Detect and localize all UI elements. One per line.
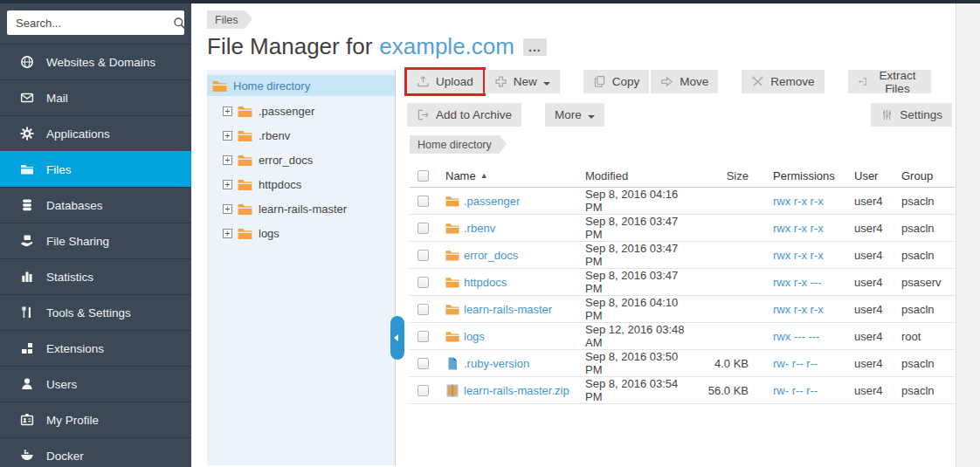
- breadcrumb-files-tab[interactable]: Files: [207, 10, 245, 29]
- file-manager-pane: UploadNewCopyMoveRemoveExtract Files Add…: [403, 66, 955, 467]
- tree-collapse-handle[interactable]: [390, 316, 404, 360]
- table-row-learn-rails-master-zip: learn-rails-master.zip Sep 8, 2016 03:54…: [410, 377, 955, 404]
- tree-item-home-directory[interactable]: Home directory: [207, 75, 395, 96]
- zip-file-icon: [445, 384, 459, 397]
- cell-name: .passenger: [438, 195, 577, 208]
- file-name-link[interactable]: error_docs: [464, 249, 518, 262]
- sidebar-item-docker[interactable]: Docker: [0, 437, 191, 467]
- cell-name: httpdocs: [438, 276, 577, 289]
- permissions-link[interactable]: rwx r-x r-x: [773, 222, 824, 235]
- sidebar-item-tools-settings[interactable]: Tools & Settings: [0, 294, 191, 330]
- column-header-modified[interactable]: Modified: [577, 169, 698, 182]
- user-icon: [20, 377, 34, 391]
- title-more-button[interactable]: ...: [523, 38, 547, 56]
- permissions-link[interactable]: rw- r-- r--: [773, 357, 818, 370]
- cell-group: psacln: [894, 195, 955, 208]
- expand-icon[interactable]: +: [223, 229, 232, 238]
- file-name-link[interactable]: logs: [464, 330, 485, 343]
- sidebar-item-databases[interactable]: Databases: [0, 187, 191, 223]
- row-checkbox[interactable]: [418, 385, 429, 396]
- tree-item-httpdocs[interactable]: +httpdocs: [207, 175, 395, 194]
- button-label: Copy: [612, 75, 640, 88]
- search-input[interactable]: [7, 17, 173, 30]
- sidebar-item-users[interactable]: Users: [0, 366, 191, 402]
- tree-item-passenger[interactable]: +.passenger: [207, 101, 395, 120]
- sidebar-item-label: Tools & Settings: [46, 306, 131, 319]
- add-to-archive-button[interactable]: Add to Archive: [407, 103, 521, 127]
- sidebar-item-websites-domains[interactable]: Websites & Domains: [0, 44, 191, 79]
- permissions-link[interactable]: rwx --- ---: [773, 330, 819, 343]
- page-title-domain[interactable]: example.com: [379, 33, 514, 60]
- search-icon[interactable]: [173, 17, 186, 30]
- more-button[interactable]: More: [545, 103, 604, 127]
- sidebar-item-applications[interactable]: Applications: [0, 115, 191, 151]
- permissions-link[interactable]: rwx r-x r-x: [773, 303, 824, 316]
- permissions-link[interactable]: rwx r-x r-x: [773, 195, 824, 208]
- select-all-checkbox[interactable]: [418, 170, 429, 182]
- column-header-name[interactable]: Name▲: [438, 169, 577, 182]
- tree-item-learn-rails-master[interactable]: +learn-rails-master: [207, 199, 395, 218]
- cell-modified: Sep 8, 2016 04:16 PM: [577, 188, 698, 214]
- expand-icon[interactable]: +: [223, 204, 232, 214]
- sidebar-item-file-sharing[interactable]: File Sharing: [0, 223, 191, 258]
- file-table: Name▲ModifiedSizePermissionsUserGroup .p…: [410, 164, 955, 404]
- column-header-size[interactable]: Size: [698, 169, 759, 182]
- toolbar-button-group: Add to Archive: [407, 103, 523, 127]
- row-checkbox[interactable]: [418, 304, 429, 315]
- sidebar-item-label: My Profile: [46, 414, 99, 427]
- expand-icon[interactable]: +: [223, 131, 232, 141]
- file-name-link[interactable]: learn-rails-master: [464, 303, 552, 316]
- path-breadcrumb-home-directory[interactable]: Home directory: [410, 135, 500, 154]
- tools-icon: [20, 306, 34, 319]
- file-name-link[interactable]: .ruby-version: [464, 357, 529, 370]
- new-button[interactable]: New: [485, 70, 560, 93]
- file-name-link[interactable]: .passenger: [464, 195, 520, 208]
- button-label: Settings: [900, 108, 942, 121]
- file-name-link[interactable]: .rbenv: [464, 222, 495, 235]
- tree-item-error-docs[interactable]: +error_docs: [207, 150, 395, 169]
- search-box[interactable]: [7, 10, 184, 35]
- toolbar-button-group: More: [545, 103, 606, 127]
- extract-files-button[interactable]: Extract Files: [848, 70, 931, 93]
- chevron-down-icon: [588, 115, 595, 122]
- cell-group: psacln: [894, 357, 955, 370]
- sidebar-item-mail[interactable]: Mail: [0, 79, 191, 115]
- settings-button[interactable]: Settings: [871, 103, 952, 127]
- tree-item-label: .rbenv: [259, 129, 290, 142]
- row-checkbox[interactable]: [418, 331, 429, 342]
- expand-icon[interactable]: +: [223, 180, 232, 189]
- expand-icon[interactable]: +: [223, 106, 232, 116]
- sidebar-item-statistics[interactable]: Statistics: [0, 258, 191, 294]
- cell-size: 56.0 KB: [698, 384, 759, 397]
- cell-permissions: rwx r-x r-x: [759, 222, 846, 235]
- file-name-link[interactable]: httpdocs: [464, 276, 507, 289]
- row-checkbox[interactable]: [418, 196, 429, 207]
- tree-item-rbenv[interactable]: +.rbenv: [207, 126, 395, 145]
- file-name-link[interactable]: learn-rails-master.zip: [464, 384, 569, 397]
- remove-button[interactable]: Remove: [742, 70, 824, 93]
- sidebar-item-my-profile[interactable]: My Profile: [0, 402, 191, 437]
- column-header-permissions[interactable]: Permissions: [759, 169, 846, 182]
- move-button[interactable]: Move: [651, 70, 718, 93]
- row-checkbox[interactable]: [418, 250, 429, 261]
- permissions-link[interactable]: rwx r-x r-x: [773, 249, 824, 262]
- gear-icon: [20, 127, 34, 141]
- folder-icon: [445, 249, 459, 262]
- tree-item-logs[interactable]: +logs: [207, 223, 395, 243]
- column-header-user[interactable]: User: [846, 169, 894, 182]
- remove-icon: [751, 75, 764, 88]
- file-icon: [445, 357, 459, 370]
- row-checkbox[interactable]: [418, 277, 429, 288]
- column-header-group[interactable]: Group: [894, 169, 955, 182]
- permissions-link[interactable]: rwx r-x ---: [773, 276, 822, 289]
- cell-group: root: [894, 330, 955, 343]
- sidebar-item-extensions[interactable]: Extensions: [0, 330, 191, 366]
- row-checkbox[interactable]: [418, 358, 429, 369]
- tree-item-label: learn-rails-master: [259, 203, 347, 216]
- permissions-link[interactable]: rw- r-- r--: [773, 384, 818, 397]
- expand-icon[interactable]: +: [223, 155, 232, 165]
- sidebar-item-files[interactable]: Files: [0, 151, 191, 187]
- row-checkbox[interactable]: [418, 223, 429, 234]
- copy-button[interactable]: Copy: [583, 70, 650, 93]
- upload-button[interactable]: Upload: [407, 70, 483, 93]
